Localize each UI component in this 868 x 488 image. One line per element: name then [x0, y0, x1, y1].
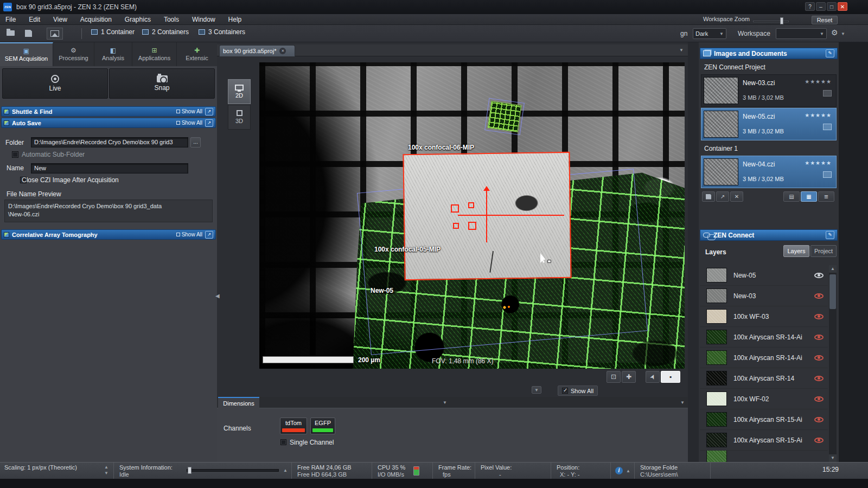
- layer-visibility-eye-icon[interactable]: [814, 314, 824, 319]
- help-button[interactable]: ?: [805, 2, 815, 11]
- shuttle-find-section-header[interactable]: Shuttle & Find Show All ↗: [1, 106, 216, 117]
- tab-applications[interactable]: ⊞ Applications: [132, 42, 177, 66]
- menu-file[interactable]: File: [5, 16, 16, 23]
- pan-tool-button[interactable]: ✚: [622, 371, 636, 383]
- item-options-button[interactable]: [823, 171, 832, 178]
- tab-analysis[interactable]: ◧ Analysis: [94, 42, 132, 66]
- popout-icon[interactable]: ↗: [205, 108, 213, 115]
- layer-visibility-eye-icon[interactable]: [814, 396, 824, 402]
- scroll-up-icon[interactable]: ▲: [829, 265, 837, 273]
- workspace-zoom-reset-button[interactable]: Reset: [812, 16, 838, 24]
- collapse-up-icon[interactable]: ▲: [626, 468, 630, 473]
- item-options-button[interactable]: [823, 124, 832, 130]
- layer-visibility-eye-icon[interactable]: [814, 355, 824, 361]
- tab-dimensions[interactable]: Dimensions: [218, 397, 259, 408]
- layer-row[interactable]: 100x Airyscan SR-15-Ai: [700, 430, 828, 451]
- chevron-down-icon[interactable]: ▼: [841, 31, 845, 36]
- container-3-button[interactable]: 3 Containers: [199, 28, 245, 36]
- auto-save-section-header[interactable]: Auto Save Show All ↗: [1, 118, 216, 128]
- layer-row[interactable]: 100x Airyscan SR-14-Ai: [700, 348, 828, 368]
- collapse-up-icon[interactable]: ▲: [283, 468, 288, 473]
- chevron-down-icon[interactable]: ▼: [443, 400, 447, 405]
- layer-row[interactable]: 100x Airyscan SR-14-Ai: [700, 327, 828, 348]
- tab-sem-acquisition[interactable]: ▣ SEM Acquisition: [0, 42, 53, 66]
- tab-processing[interactable]: ⚙ Processing: [53, 42, 94, 66]
- menu-help[interactable]: Help: [228, 16, 242, 23]
- layer-row[interactable]: New-03: [700, 286, 828, 306]
- layer-row[interactable]: New-05: [700, 265, 828, 286]
- menu-view[interactable]: View: [53, 16, 67, 23]
- image-canvas[interactable]: 100x confocal-06-MIP 100x confocal-05-MI…: [259, 62, 685, 369]
- right-panel-splitter[interactable]: [688, 42, 699, 462]
- maximize-button[interactable]: □: [827, 2, 837, 11]
- container-1-button[interactable]: 1 Container: [91, 28, 135, 36]
- scroll-down-icon[interactable]: ▼: [829, 454, 837, 462]
- layer-row[interactable]: 100x Airyscan SR-15-Ai: [700, 409, 828, 430]
- show-all-toggle[interactable]: Show All: [558, 386, 598, 396]
- view-2d-button[interactable]: 2D: [228, 79, 251, 104]
- automatic-subfolder-checkbox[interactable]: [12, 151, 18, 158]
- open-project-icon[interactable]: [7, 30, 15, 36]
- layer-row-partial[interactable]: [700, 451, 828, 462]
- document-item-new-04[interactable]: New-04.czi ★★★★★ 3 MB / 3,02 MB: [701, 156, 837, 188]
- gear-icon[interactable]: ⚙: [831, 28, 838, 37]
- view-3d-button[interactable]: 3D: [228, 105, 251, 130]
- minimize-button[interactable]: –: [816, 2, 826, 11]
- channel-tdtom-button[interactable]: tdTom: [280, 418, 307, 434]
- correlative-section-header[interactable]: Correlative Array Tomography Show All ↗: [1, 229, 216, 240]
- spinner-up-icon[interactable]: ▲: [104, 465, 108, 470]
- popout-icon[interactable]: ↗: [205, 231, 213, 239]
- single-channel-checkbox[interactable]: [280, 439, 286, 445]
- item-options-button[interactable]: [823, 90, 832, 97]
- edit-panel-icon[interactable]: ✎: [826, 49, 834, 57]
- tab-list-chevron-icon[interactable]: ▼: [679, 48, 684, 53]
- shuttle-find-show-all[interactable]: Show All: [176, 108, 202, 114]
- menu-tools[interactable]: Tools: [164, 16, 179, 23]
- menu-edit[interactable]: Edit: [29, 16, 40, 23]
- menu-graphics[interactable]: Graphics: [125, 16, 151, 23]
- menu-window[interactable]: Window: [192, 16, 215, 23]
- export-document-button[interactable]: ↗: [716, 191, 729, 202]
- scrollbar-thumb[interactable]: [829, 274, 836, 309]
- folder-input[interactable]: D:\Images\Endre\Recorded Cryo Demo\box 9…: [31, 137, 188, 147]
- chevron-down-icon[interactable]: ▼: [680, 400, 685, 405]
- list-view-button[interactable]: ▤: [783, 191, 800, 202]
- images-documents-header[interactable]: Images and Documents ✎: [700, 48, 838, 59]
- tile-view-button[interactable]: ▦: [801, 191, 817, 202]
- popout-icon[interactable]: ↗: [205, 119, 213, 127]
- document-tab[interactable]: box 90 grid3.a5proj* ✕: [219, 45, 295, 56]
- project-tab[interactable]: Project: [810, 245, 837, 257]
- layer-visibility-eye-icon[interactable]: [814, 293, 824, 299]
- rating-stars[interactable]: ★★★★★: [805, 112, 832, 118]
- roi-marker[interactable]: [453, 223, 459, 229]
- menu-acquisition[interactable]: Acquisition: [80, 16, 112, 23]
- save-icon[interactable]: [25, 30, 32, 37]
- selection-mode-button[interactable]: ▪: [661, 371, 680, 383]
- workspace-zoom-thumb[interactable]: [780, 17, 783, 24]
- stage-crosshair-horizontal[interactable]: [458, 215, 564, 216]
- roi-marker[interactable]: [451, 204, 459, 213]
- name-input[interactable]: New: [31, 163, 188, 174]
- layer-row[interactable]: 100x WF-03: [700, 306, 828, 327]
- workspace-zoom-slider[interactable]: [753, 21, 789, 22]
- panel-expand-chevron[interactable]: ▼: [532, 386, 541, 394]
- tab-extensions[interactable]: ✚ Extensic: [177, 42, 217, 66]
- zen-connect-header[interactable]: ZEN Connect ✎: [700, 229, 838, 241]
- container-2-button[interactable]: 2 Containers: [142, 28, 189, 36]
- info-icon[interactable]: i: [615, 467, 623, 474]
- auto-save-show-all[interactable]: Show All: [176, 120, 202, 126]
- layer-visibility-eye-icon[interactable]: [814, 417, 824, 422]
- document-item-new-03[interactable]: New-03.czi ★★★★★ 3 MB / 3,02 MB: [701, 74, 837, 107]
- fit-view-button[interactable]: ⊡: [607, 371, 621, 383]
- edit-panel-icon[interactable]: ✎: [826, 231, 834, 239]
- layer-row[interactable]: 100x WF-02: [700, 389, 828, 409]
- show-all-checkbox[interactable]: [562, 388, 568, 394]
- workspace-select[interactable]: ▼: [776, 28, 827, 39]
- detail-view-button[interactable]: ≣: [818, 191, 834, 202]
- layer-visibility-eye-icon[interactable]: [814, 376, 824, 381]
- channel-egfp-button[interactable]: EGFP: [310, 418, 335, 434]
- stage-crosshair-vertical[interactable]: [486, 191, 487, 242]
- layer-row[interactable]: 100x Airyscan SR-14: [700, 368, 828, 389]
- system-load-thumb[interactable]: [188, 467, 192, 474]
- theme-select[interactable]: Dark▼: [693, 28, 726, 39]
